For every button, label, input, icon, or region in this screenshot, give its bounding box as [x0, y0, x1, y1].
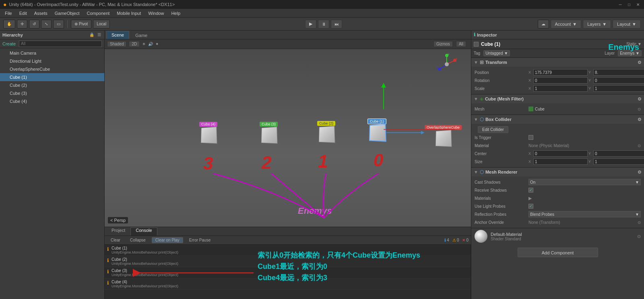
menu-mobile-input[interactable]: Mobile Input [114, 10, 144, 16]
hand-tool-button[interactable]: ✋ [3, 20, 15, 29]
hierarchy-search[interactable] [19, 41, 102, 47]
axis-gizmo: x y z [435, 52, 459, 76]
layers-button[interactable]: Layers ▼ [583, 20, 611, 29]
object-active-checkbox[interactable] [474, 42, 479, 47]
cube3-object[interactable]: Cube (3) [260, 121, 278, 143]
local-button[interactable]: Local [93, 20, 110, 29]
hierarchy-item-label: OverlapSphereCube [10, 67, 50, 72]
vfx-icon[interactable]: ✦ [155, 42, 159, 46]
cube4-object[interactable]: Cube (4) [199, 121, 217, 143]
hierarchy-item-cube4[interactable]: Cube (4) [0, 97, 104, 105]
account-button[interactable]: Account ▼ [551, 20, 582, 29]
add-component-button[interactable]: Add Component [518, 248, 598, 257]
cast-shadows-dropdown[interactable]: On ▼ [528, 179, 641, 185]
error-icon: ✕ [462, 238, 465, 242]
menu-component[interactable]: Component [83, 10, 113, 16]
menu-help[interactable]: Help [168, 10, 184, 16]
use-light-probes-checkbox[interactable]: ✓ [528, 204, 533, 209]
menu-gameobject[interactable]: GameObject [52, 10, 83, 16]
clear-on-play-button[interactable]: Clear on Play [152, 237, 183, 243]
hierarchy-item-overlap-sphere-cube[interactable]: OverlapSphereCube [0, 65, 104, 73]
tab-project[interactable]: Project [106, 227, 130, 236]
rotate-tool-button[interactable]: ↺ [29, 20, 39, 29]
rot-x-input[interactable] [533, 77, 588, 84]
hierarchy-item-cube2[interactable]: Cube (2) [0, 81, 104, 89]
rotation-fields: X Y Z [528, 77, 644, 84]
pivot-button[interactable]: ⊕ Pivot [71, 20, 91, 29]
mesh-renderer-settings-icon[interactable]: ⚙ [638, 170, 642, 175]
pause-button[interactable]: ⏸ [318, 20, 329, 29]
mesh-target-icon[interactable]: ⊙ [638, 107, 641, 111]
titlebar: ● Unity (64bit) - OverImpactTest.unity -… [0, 0, 644, 9]
cube1-object[interactable]: Cube (1) [367, 119, 386, 141]
console-cube1-text: Cube (1) [111, 246, 178, 250]
transform-settings-icon[interactable]: ⚙ [638, 60, 642, 65]
mesh-filter-header[interactable]: ▼ ◈ Cube (Mesh Filter) ⚙ [471, 94, 644, 103]
size-x-input[interactable] [533, 158, 588, 165]
close-button[interactable]: ✕ [635, 2, 641, 7]
cube2-object[interactable]: Cube (2) [317, 121, 335, 142]
cloud-button[interactable]: ☁ [538, 20, 549, 29]
all-button[interactable]: All [456, 41, 466, 47]
hierarchy-item-directional-light[interactable]: Directional Light [0, 57, 104, 65]
persp-label[interactable]: < Persp [108, 217, 128, 223]
scale-tool-button[interactable]: ⤡ [41, 20, 52, 29]
tab-console[interactable]: Console [130, 227, 157, 236]
create-button[interactable]: Create [2, 41, 16, 46]
box-collider-header[interactable]: ▼ ⬡ Box Collider ⚙ [471, 115, 644, 124]
maximize-button[interactable]: □ [626, 2, 632, 7]
reflection-probes-dropdown[interactable]: Blend Probes ▼ [528, 211, 641, 217]
move-tool-button[interactable]: ✛ [17, 20, 27, 29]
material-target-icon[interactable]: ⊙ [637, 234, 641, 239]
pos-x-input[interactable] [533, 69, 588, 76]
transform-header[interactable]: ▼ ⊞ Transform ⚙ [471, 58, 644, 67]
layout-button[interactable]: Layout ▼ [613, 20, 641, 29]
pos-y-input[interactable] [593, 69, 644, 76]
clear-button[interactable]: Clear [107, 237, 124, 243]
receive-shadows-checkbox[interactable]: ✓ [528, 188, 533, 193]
mesh-renderer-header[interactable]: ▼ ⬡ Mesh Renderer ⚙ [471, 168, 644, 176]
center-y-input[interactable] [593, 150, 644, 157]
hierarchy-item-cube3[interactable]: Cube (3) [0, 89, 104, 97]
hierarchy-lock-icon[interactable]: 🔒 [89, 32, 95, 38]
mesh-filter-settings-icon[interactable]: ⚙ [638, 96, 642, 102]
hierarchy-item-main-camera[interactable]: Main Camera [0, 49, 104, 57]
menu-assets[interactable]: Assets [31, 10, 51, 16]
shaded-button[interactable]: Shaded [107, 41, 126, 47]
tag-dropdown[interactable]: Untagged ▼ [483, 50, 510, 56]
center-x-input[interactable] [533, 150, 588, 157]
menu-file[interactable]: File [2, 10, 15, 16]
scale-y-input[interactable] [593, 85, 644, 92]
play-button[interactable]: ▶ [305, 20, 316, 29]
console-area: ℹ Cube (1) UnityEngine.MonoBehaviour:pri… [105, 245, 471, 299]
hierarchy-menu-icon[interactable]: ☰ [96, 32, 102, 38]
light-icon[interactable]: ☀ [142, 42, 146, 46]
collapse-button[interactable]: Collapse [126, 237, 149, 243]
overlap-cube-object[interactable]: OverlapSphereCube [425, 125, 462, 146]
trigger-checkbox[interactable] [528, 135, 533, 140]
hierarchy-item-cube1[interactable]: Cube (1) [0, 73, 104, 81]
gizmos-button[interactable]: Gizmos [433, 41, 453, 47]
minimize-button[interactable]: ─ [617, 2, 623, 7]
collider-material-target-icon[interactable]: ⊙ [638, 143, 641, 148]
bottom-tab-bar: Project Console [105, 227, 471, 236]
2d-button[interactable]: 2D [129, 41, 140, 47]
menu-window[interactable]: Window [145, 10, 167, 16]
scene-toolbar: Shaded 2D ☀ 🔊 ✦ Gizmos All [105, 39, 471, 49]
size-y-input[interactable] [593, 158, 644, 165]
tab-game[interactable]: Game [130, 31, 153, 39]
scale-x-input[interactable] [533, 85, 588, 92]
anchor-override-target-icon[interactable]: ⊙ [638, 220, 641, 225]
toolbar: ✋ ✛ ↺ ⤡ ▭ ⊕ Pivot Local ▶ ⏸ ⏭ ☁ Account … [0, 18, 644, 31]
menu-edit[interactable]: Edit [16, 10, 30, 16]
error-pause-button[interactable]: Error Pause [186, 237, 214, 243]
edit-collider-button[interactable]: Edit Collider [478, 126, 508, 133]
rot-y-input[interactable] [593, 77, 644, 84]
audio-icon[interactable]: 🔊 [148, 42, 153, 46]
step-button[interactable]: ⏭ [331, 20, 342, 29]
material-sphere [475, 230, 487, 243]
tab-scene[interactable]: Scene [106, 31, 129, 39]
scene-view[interactable]: Cube (4) Cube (3) Cube (2) [105, 49, 471, 227]
box-collider-settings-icon[interactable]: ⚙ [638, 117, 642, 122]
rect-tool-button[interactable]: ▭ [53, 20, 64, 29]
